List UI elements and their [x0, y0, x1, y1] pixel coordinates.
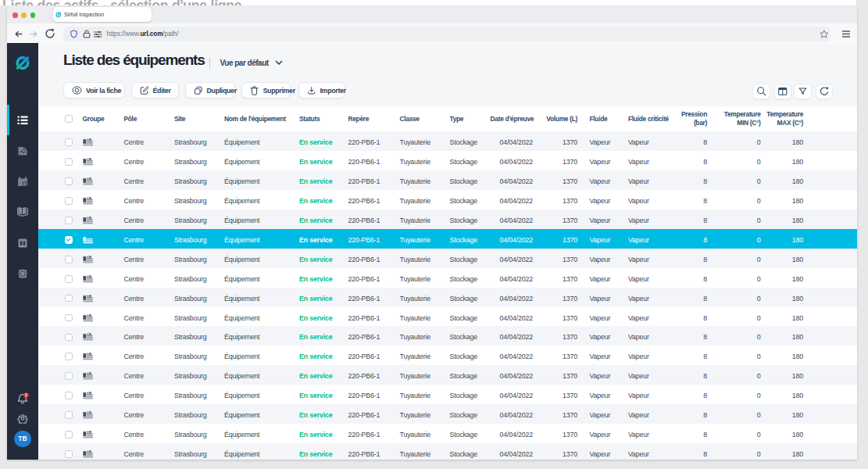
svg-text:1: 1: [25, 393, 27, 397]
